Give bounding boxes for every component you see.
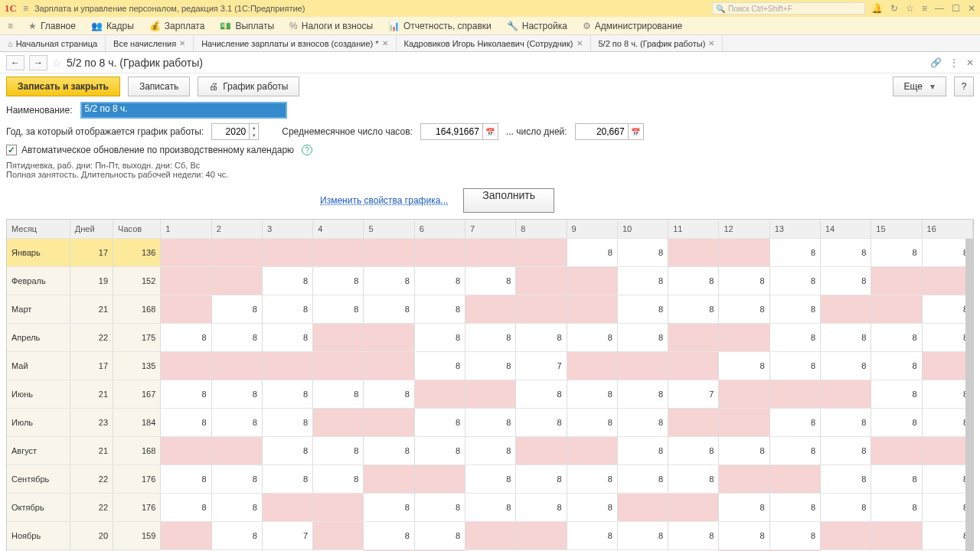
cell-day[interactable]: 8 [161,408,211,436]
cell-day[interactable]: 8 [617,266,668,295]
cell-day[interactable] [313,238,364,266]
cell-day[interactable]: 8 [313,380,364,408]
cell-day[interactable]: 8 [161,493,211,521]
cell-day[interactable]: 8 [617,436,668,465]
cell-day[interactable]: 8 [262,380,312,408]
cell-day[interactable]: 8 [871,380,922,408]
cell-day[interactable]: 8 [821,465,871,493]
cell-hours[interactable]: 184 [113,408,161,436]
cell-days[interactable]: 22 [70,323,113,351]
cell-day[interactable] [211,238,262,266]
cell-day[interactable]: 8 [364,295,414,323]
cell-day[interactable] [516,436,567,465]
calc-days-icon[interactable]: 📅 [629,123,644,140]
cell-day[interactable] [719,408,769,436]
cell-day[interactable]: 8 [567,465,617,493]
cell-day[interactable]: 8 [719,351,769,380]
cell-day[interactable]: 8 [466,323,516,351]
cell-day[interactable]: 8 [617,465,668,493]
cell-day[interactable] [719,238,769,266]
cell-month[interactable]: Июль [7,408,70,436]
th-days[interactable]: Дней [70,220,113,238]
link-icon[interactable]: 🔗 [930,57,942,68]
cell-day[interactable] [567,351,617,380]
cell-day[interactable]: 8 [617,408,668,436]
cell-month[interactable]: Октябрь [7,493,70,521]
cell-day[interactable]: 8 [364,436,414,465]
star-icon[interactable]: ☆ [906,3,914,14]
th-month[interactable]: Месяц [7,220,70,238]
avg-hours-field[interactable]: 📅 [420,123,498,140]
cell-month[interactable]: Май [7,351,70,380]
table-row[interactable]: Октябрь22176888888888888 [7,493,973,521]
help-tooltip-icon[interactable]: ? [302,145,312,155]
cell-day[interactable]: 8 [821,238,871,266]
cell-day[interactable] [161,351,211,380]
cell-day[interactable]: 8 [364,521,414,549]
cell-day[interactable]: 8 [821,436,871,465]
year-down[interactable]: ▼ [250,132,258,139]
cell-day[interactable]: 8 [262,323,312,351]
avg-days-input[interactable] [575,123,629,140]
cell-day[interactable]: 8 [719,266,769,295]
cell-day[interactable] [668,351,719,380]
cell-day[interactable] [313,493,364,521]
cell-month[interactable]: Сентябрь [7,465,70,493]
cell-day[interactable] [617,493,668,521]
cell-day[interactable]: 8 [617,521,668,549]
minimize-icon[interactable]: — [935,3,944,14]
cell-day[interactable] [161,521,211,549]
cell-day[interactable] [668,493,719,521]
cell-day[interactable]: 8 [769,295,820,323]
cell-day[interactable] [414,380,465,408]
cell-day[interactable]: 8 [617,380,668,408]
th-day[interactable]: 2 [211,220,262,238]
table-row[interactable]: Июль23184888888888888 [7,408,973,436]
th-day[interactable]: 1 [161,220,211,238]
cell-day[interactable]: 8 [262,408,312,436]
menu-otch[interactable]: 📊Отчетность, справки [388,21,492,31]
cell-month[interactable]: Январь [7,238,70,266]
cell-hours[interactable]: 176 [113,465,161,493]
table-row[interactable]: Январь17136888888 [7,238,973,266]
cell-day[interactable]: 8 [262,266,312,295]
maximize-icon[interactable]: ☐ [952,3,960,14]
bell-icon[interactable]: 🔔 [871,3,883,14]
cell-day[interactable] [821,521,871,549]
menu-nalog[interactable]: %Налоги и взносы [289,21,373,31]
cell-day[interactable]: 8 [516,465,567,493]
cell-days[interactable]: 22 [70,465,113,493]
cell-days[interactable]: 21 [70,295,113,323]
cell-day[interactable] [161,436,211,465]
cell-day[interactable]: 8 [414,521,465,549]
th-day[interactable]: 8 [516,220,567,238]
cell-days[interactable]: 17 [70,238,113,266]
cell-hours[interactable]: 168 [113,436,161,465]
cell-day[interactable]: 8 [466,408,516,436]
cell-day[interactable]: 8 [617,295,668,323]
cell-day[interactable]: 8 [466,351,516,380]
cell-day[interactable]: 8 [769,351,820,380]
schedule-button[interactable]: 🖨 График работы [198,77,299,96]
cell-days[interactable]: 22 [70,493,113,521]
cell-day[interactable]: 8 [516,380,567,408]
cell-day[interactable]: 8 [871,351,922,380]
tab-close-icon[interactable]: ✕ [577,39,583,47]
cell-hours[interactable]: 168 [113,295,161,323]
cell-day[interactable] [871,266,922,295]
cell-day[interactable]: 8 [466,436,516,465]
year-up[interactable]: ▲ [250,124,258,132]
name-field[interactable]: 5/2 по 8 ч. [80,102,287,119]
cell-day[interactable]: 8 [567,493,617,521]
cell-month[interactable]: Февраль [7,266,70,295]
cell-day[interactable]: 8 [821,323,871,351]
cell-day[interactable]: 8 [769,521,820,549]
cell-day[interactable]: 8 [262,436,312,465]
schedule-table[interactable]: МесяцДнейЧасов12345678910111213141516Янв… [7,220,973,551]
cell-day[interactable] [567,295,617,323]
cell-day[interactable]: 8 [617,323,668,351]
cell-day[interactable]: 8 [414,295,465,323]
table-row[interactable]: Ноябрь201598788888888 [7,521,973,549]
year-input[interactable] [211,123,250,140]
cell-day[interactable] [364,323,414,351]
